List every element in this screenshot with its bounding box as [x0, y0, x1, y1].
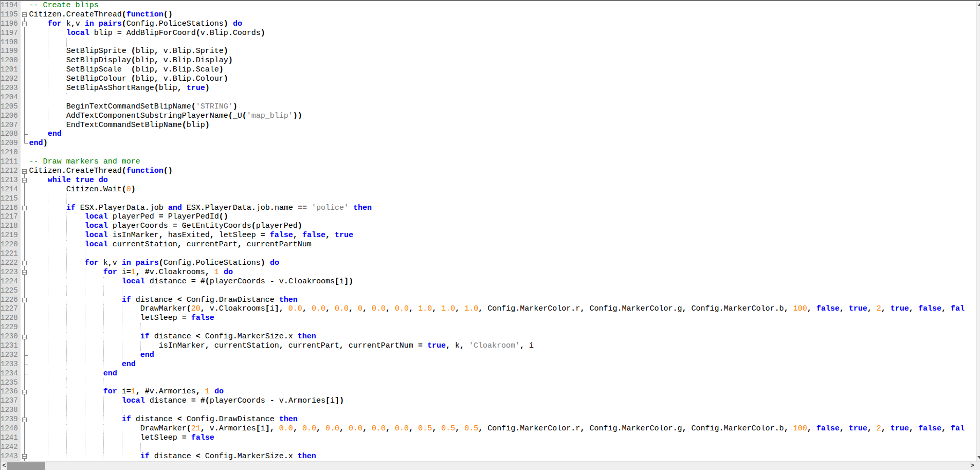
code-text[interactable]: Citizen.CreateThread(function(): [29, 10, 976, 20]
code-text[interactable]: AddTextComponentSubstringPlayerName(_U('…: [29, 112, 976, 121]
line-number: 1237: [1, 396, 21, 406]
code-text[interactable]: end: [29, 130, 976, 139]
fold-marker[interactable]: [21, 167, 29, 176]
fold-marker[interactable]: [21, 387, 29, 396]
code-text[interactable]: local distance = #(playerCoords - v.Cloa…: [29, 277, 976, 286]
code-text[interactable]: letSleep = false: [29, 314, 976, 323]
code-text[interactable]: [29, 148, 976, 157]
fold-margin: [21, 139, 29, 148]
code-text[interactable]: while true do: [29, 176, 976, 185]
code-text[interactable]: local blip = AddBlipForCoord(v.Blip.Coor…: [29, 29, 976, 38]
line-number: 1207: [1, 121, 21, 130]
code-text[interactable]: SetBlipColour (blip, v.Blip.Colour): [29, 75, 976, 84]
code-text[interactable]: local isInMarker, hasExited, letSleep = …: [29, 231, 976, 240]
line-number: 1198: [1, 38, 21, 47]
code-text[interactable]: [29, 194, 976, 204]
line-number: 1209: [1, 139, 21, 148]
fold-marker[interactable]: [21, 259, 29, 268]
line-number: 1202: [1, 75, 21, 84]
fold-marker[interactable]: [21, 10, 29, 20]
line-number: 1242: [1, 443, 21, 452]
code-line: 1230 if distance < Config.MarkerSize.x t…: [1, 332, 976, 341]
code-line: 1243 if distance < Config.MarkerSize.x t…: [1, 452, 976, 461]
code-line: 1196 for k,v in pairs(Config.PoliceStati…: [1, 20, 976, 29]
fold-marker[interactable]: [21, 296, 29, 305]
code-text[interactable]: [29, 38, 976, 47]
code-text[interactable]: local playerCoords = GetEntityCoords(pla…: [29, 222, 976, 231]
fold-marker[interactable]: [21, 20, 29, 29]
code-line: 1216 if ESX.PlayerData.job and ESX.Playe…: [1, 204, 976, 213]
code-text[interactable]: for k,v in pairs(Config.PoliceStations) …: [29, 259, 976, 268]
code-line: 1209end): [1, 139, 976, 148]
fold-margin: [21, 304, 29, 314]
code-text[interactable]: [29, 378, 976, 388]
code-text[interactable]: if distance < Config.MarkerSize.x then: [29, 332, 976, 341]
code-text[interactable]: end: [29, 369, 976, 378]
horizontal-scrollbar[interactable]: < >: [1, 461, 980, 470]
code-text[interactable]: SetBlipAsShortRange(blip, true): [29, 84, 976, 93]
code-text[interactable]: end: [29, 360, 976, 369]
code-editor[interactable]: 1194-- Create blips1195Citizen.CreateThr…: [1, 1, 976, 461]
code-line: 1225: [1, 286, 976, 296]
code-text[interactable]: -- Draw markers and more: [29, 157, 976, 167]
fold-margin: [21, 75, 29, 84]
line-number: 1221: [1, 249, 21, 259]
fold-margin: [21, 102, 29, 112]
code-text[interactable]: EndTextCommandSetBlipName(blip): [29, 121, 976, 130]
fold-marker[interactable]: [21, 452, 29, 461]
code-text[interactable]: for i=1, #v.Armories, 1 do: [29, 387, 976, 396]
code-text[interactable]: for i=1, #v.Cloakrooms, 1 do: [29, 268, 976, 277]
code-text[interactable]: if distance < Config.MarkerSize.x then: [29, 452, 976, 461]
code-text[interactable]: [29, 93, 976, 102]
code-line: 1218 local playerCoords = GetEntityCoord…: [1, 222, 976, 231]
fold-marker[interactable]: [21, 268, 29, 277]
code-line: 1211-- Draw markers and more: [1, 157, 976, 167]
line-number: 1206: [1, 112, 21, 121]
horizontal-scrollbar-thumb[interactable]: [7, 462, 45, 470]
scroll-right-arrow-icon[interactable]: >: [969, 462, 976, 470]
fold-margin: [21, 360, 29, 369]
code-line: 1240 DrawMarker(21, v.Armories[i], 0.0, …: [1, 424, 976, 433]
fold-marker[interactable]: [21, 176, 29, 185]
code-text[interactable]: if distance < Config.DrawDistance then: [29, 415, 976, 424]
code-text[interactable]: local currentStation, currentPart, curre…: [29, 240, 976, 249]
code-text[interactable]: isInMarker, currentStation, currentPart,…: [29, 341, 976, 351]
code-text[interactable]: [29, 249, 976, 259]
fold-margin: [21, 93, 29, 102]
code-line: 1236 for i=1, #v.Armories, 1 do: [1, 387, 976, 396]
code-line: 1195Citizen.CreateThread(function(): [1, 10, 976, 20]
code-text[interactable]: [29, 406, 976, 415]
line-number: 1213: [1, 176, 21, 185]
code-text[interactable]: [29, 286, 976, 296]
code-text[interactable]: end: [29, 351, 976, 360]
code-text[interactable]: SetBlipSprite (blip, v.Blip.Sprite): [29, 47, 976, 56]
line-number: 1204: [1, 93, 21, 102]
code-text[interactable]: for k,v in pairs(Config.PoliceStations) …: [29, 20, 976, 29]
code-text[interactable]: -- Create blips: [29, 1, 976, 10]
fold-margin: [21, 249, 29, 259]
code-text[interactable]: if distance < Config.DrawDistance then: [29, 296, 976, 305]
fold-marker[interactable]: [21, 415, 29, 424]
line-number: 1195: [1, 10, 21, 20]
code-text[interactable]: SetBlipScale (blip, v.Blip.Scale): [29, 65, 976, 75]
code-text[interactable]: [29, 443, 976, 452]
code-text[interactable]: if ESX.PlayerData.job and ESX.PlayerData…: [29, 204, 976, 213]
code-text[interactable]: DrawMarker(20, v.Cloakrooms[i], 0.0, 0.0…: [29, 304, 976, 314]
fold-marker[interactable]: [21, 332, 29, 341]
code-text[interactable]: SetBlipDisplay(blip, v.Blip.Display): [29, 56, 976, 65]
code-text[interactable]: BeginTextCommandSetBlipName('STRING'): [29, 102, 976, 112]
code-line: 1206 AddTextComponentSubstringPlayerName…: [1, 112, 976, 121]
code-text[interactable]: DrawMarker(21, v.Armories[i], 0.0, 0.0, …: [29, 424, 976, 433]
code-text[interactable]: letSleep = false: [29, 433, 976, 443]
vertical-scrollbar[interactable]: [976, 1, 980, 461]
line-number: 1233: [1, 360, 21, 369]
code-text[interactable]: end): [29, 139, 976, 148]
code-text[interactable]: local playerPed = PlayerPedId(): [29, 212, 976, 222]
code-text[interactable]: Citizen.Wait(0): [29, 185, 976, 194]
code-text[interactable]: [29, 323, 976, 332]
line-number: 1215: [1, 194, 21, 204]
code-text[interactable]: local distance = #(playerCoords - v.Armo…: [29, 396, 976, 406]
fold-marker[interactable]: [21, 204, 29, 213]
code-text[interactable]: Citizen.CreateThread(function(): [29, 167, 976, 176]
code-line: 1219 local isInMarker, hasExited, letSle…: [1, 231, 976, 240]
